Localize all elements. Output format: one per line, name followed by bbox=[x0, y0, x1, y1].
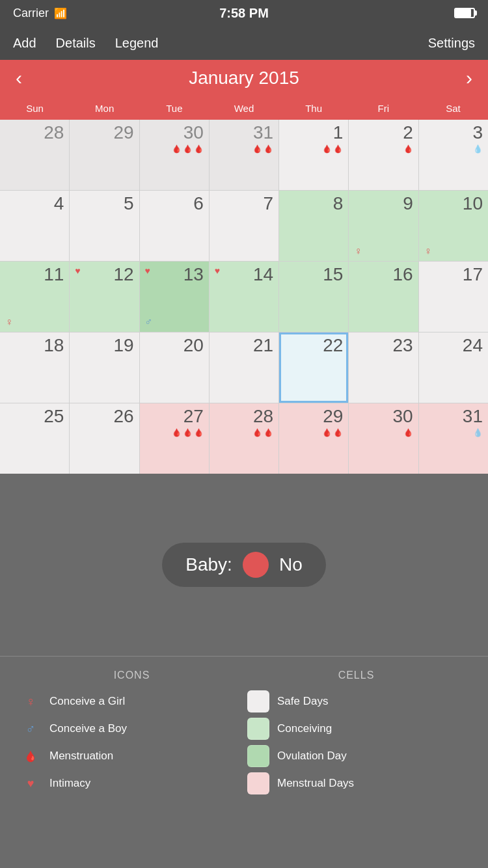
cal-cell-28[interactable]: 28 bbox=[0, 120, 69, 190]
female-icon: ♀ bbox=[354, 245, 362, 257]
baby-section: Baby: No bbox=[0, 474, 488, 656]
drop-icon: 🩸 bbox=[264, 428, 273, 437]
cal-cell-30[interactable]: 30🩸🩸🩸 bbox=[140, 120, 209, 190]
legend-icon-item: ♥Intimacy bbox=[20, 772, 241, 794]
cal-cell-23[interactable]: 23 bbox=[349, 332, 418, 403]
cal-cell-17[interactable]: 17 bbox=[419, 262, 488, 332]
cal-cell-13[interactable]: 13♥♂ bbox=[140, 262, 209, 332]
cell-number: 6 bbox=[193, 195, 204, 213]
cal-cell-8[interactable]: 8 bbox=[279, 191, 348, 261]
cell-drops: 💧 bbox=[473, 428, 483, 437]
cal-cell-25[interactable]: 25 bbox=[0, 403, 69, 474]
cal-cell-26[interactable]: 26 bbox=[70, 403, 139, 474]
carrier-label: Carrier bbox=[13, 7, 49, 20]
male-legend-icon: ♂ bbox=[20, 718, 42, 740]
details-button[interactable]: Details bbox=[56, 36, 96, 51]
drop-icon: 🩸 bbox=[252, 428, 262, 437]
time-display: 7:58 PM bbox=[219, 6, 269, 21]
baby-toggle-dot[interactable] bbox=[243, 552, 269, 578]
cal-cell-7[interactable]: 7 bbox=[210, 191, 278, 261]
baby-value: No bbox=[279, 554, 303, 575]
cal-cell-3[interactable]: 3💧 bbox=[419, 120, 488, 190]
drop-icon: 🩸 bbox=[183, 144, 193, 154]
cal-cell-24[interactable]: 24 bbox=[419, 332, 488, 403]
legend-cell-label: Ovulation Day bbox=[277, 750, 347, 763]
cal-cell-9[interactable]: 9♀ bbox=[349, 191, 418, 261]
female-legend-icon: ♀ bbox=[20, 690, 42, 712]
cal-cell-21[interactable]: 21 bbox=[210, 332, 278, 403]
cal-cell-30[interactable]: 30🩸 bbox=[349, 403, 418, 474]
cal-cell-31[interactable]: 31💧 bbox=[419, 403, 488, 474]
drop-outline-icon: 💧 bbox=[473, 144, 483, 154]
cell-number: 29 bbox=[323, 407, 343, 426]
day-sat: Sat bbox=[418, 103, 488, 114]
cal-cell-11[interactable]: 11♀ bbox=[0, 262, 69, 332]
drop-icon: 🩸 bbox=[183, 428, 193, 437]
cell-number: 18 bbox=[44, 336, 64, 355]
cell-number: 12 bbox=[113, 265, 133, 284]
battery-icon bbox=[454, 8, 475, 18]
cal-cell-10[interactable]: 10♀ bbox=[419, 191, 488, 261]
cal-cell-2[interactable]: 2🩸 bbox=[349, 120, 418, 190]
cal-cell-29[interactable]: 29🩸🩸 bbox=[279, 403, 348, 474]
wifi-icon: 📶 bbox=[54, 7, 67, 20]
cell-number: 31 bbox=[463, 407, 483, 426]
drop-icon: 🩸 bbox=[333, 144, 343, 154]
heart-legend-icon: ♥ bbox=[20, 772, 42, 794]
legend-icon-label: Intimacy bbox=[49, 777, 90, 790]
cal-cell-14[interactable]: 14♥ bbox=[210, 262, 278, 332]
cal-cell-5[interactable]: 5 bbox=[70, 191, 139, 261]
cell-number: 19 bbox=[113, 336, 133, 355]
cell-number: 29 bbox=[113, 124, 133, 142]
cal-cell-20[interactable]: 20 bbox=[140, 332, 209, 403]
legend-color-swatch bbox=[247, 690, 269, 712]
cal-cell-29[interactable]: 29 bbox=[70, 120, 139, 190]
cell-number: 7 bbox=[264, 195, 274, 213]
cell-number: 28 bbox=[253, 407, 273, 426]
cell-number: 28 bbox=[44, 124, 64, 142]
legend-icon-item: 🩸Menstruation bbox=[20, 745, 241, 767]
baby-label: Baby: bbox=[185, 554, 232, 575]
legend-cells-col: Safe DaysConceivingOvulation DayMenstrua… bbox=[247, 690, 468, 794]
cal-cell-16[interactable]: 16 bbox=[349, 262, 418, 332]
cell-drops: 🩸🩸 bbox=[252, 144, 273, 154]
cell-drops: 💧 bbox=[473, 144, 483, 154]
cal-cell-22[interactable]: 22 bbox=[279, 332, 348, 403]
cal-cell-15[interactable]: 15 bbox=[279, 262, 348, 332]
cell-number: 15 bbox=[323, 265, 343, 284]
legend-button[interactable]: Legend bbox=[115, 36, 159, 51]
cal-cell-1[interactable]: 1🩸🩸 bbox=[279, 120, 348, 190]
cell-number: 11 bbox=[44, 265, 64, 284]
cell-number: 10 bbox=[463, 195, 483, 213]
cal-cell-4[interactable]: 4 bbox=[0, 191, 69, 261]
toolbar: Add Details Legend Settings bbox=[0, 26, 488, 60]
female-icon: ♀ bbox=[5, 316, 13, 328]
status-left: Carrier 📶 bbox=[13, 7, 67, 20]
cell-number: 14 bbox=[253, 265, 273, 284]
cal-cell-28[interactable]: 28🩸🩸 bbox=[210, 403, 278, 474]
drop-icon: 🩸 bbox=[172, 144, 182, 154]
cal-cell-12[interactable]: 12♥ bbox=[70, 262, 139, 332]
prev-month-button[interactable]: ‹ bbox=[16, 67, 22, 89]
legend-icon-label: Menstruation bbox=[49, 750, 113, 763]
calendar-header: ‹ January 2015 › bbox=[0, 60, 488, 96]
cal-cell-18[interactable]: 18 bbox=[0, 332, 69, 403]
legend-section: ICONS CELLS ♀Conceive a Girl♂Conceive a … bbox=[0, 656, 488, 807]
cal-cell-19[interactable]: 19 bbox=[70, 332, 139, 403]
baby-control[interactable]: Baby: No bbox=[162, 543, 325, 587]
cell-number: 27 bbox=[183, 407, 204, 426]
add-button[interactable]: Add bbox=[13, 36, 36, 51]
legend-cell-label: Menstrual Days bbox=[277, 777, 354, 790]
cal-cell-6[interactable]: 6 bbox=[140, 191, 209, 261]
drop-icon: 🩸 bbox=[403, 144, 413, 154]
cell-drops: 🩸🩸🩸 bbox=[172, 428, 204, 437]
day-wed: Wed bbox=[209, 103, 278, 114]
cal-cell-27[interactable]: 27🩸🩸🩸 bbox=[140, 403, 209, 474]
cell-drops: 🩸 bbox=[403, 428, 413, 437]
settings-button[interactable]: Settings bbox=[428, 36, 475, 51]
cell-number: 4 bbox=[54, 195, 64, 213]
next-month-button[interactable]: › bbox=[466, 67, 472, 89]
cal-cell-31[interactable]: 31🩸🩸 bbox=[210, 120, 278, 190]
cell-number: 1 bbox=[333, 124, 344, 142]
cell-drops: 🩸🩸 bbox=[322, 144, 343, 154]
